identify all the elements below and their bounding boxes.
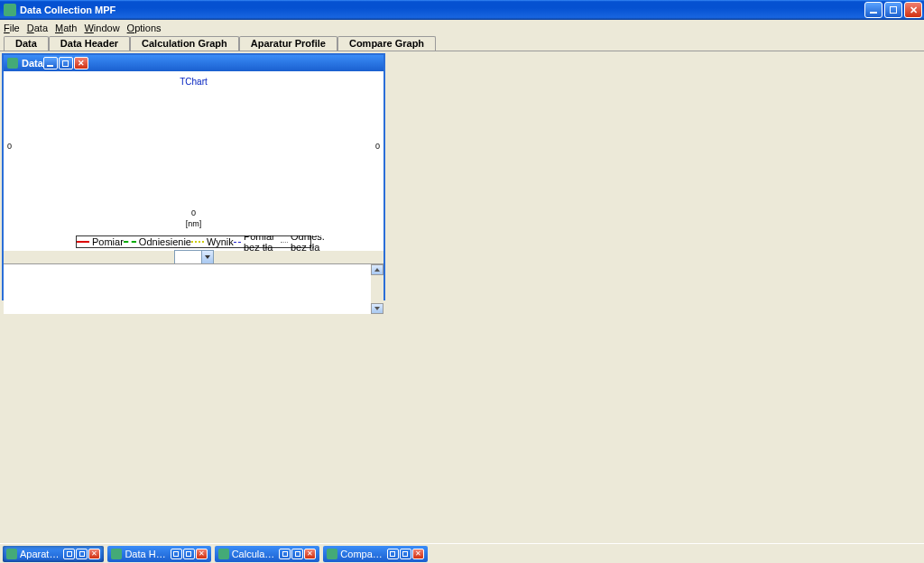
task-icon — [6, 549, 17, 559]
task-close-button[interactable]: ✕ — [88, 549, 100, 559]
child-toolbar — [4, 251, 383, 263]
task-aparat[interactable]: Aparat… ✕ — [3, 546, 104, 562]
task-restore-button[interactable] — [387, 549, 399, 559]
task-icon — [327, 549, 337, 559]
app-title: Data Collection MPF — [20, 5, 116, 15]
tab-data[interactable]: Data — [4, 36, 49, 51]
x-axis-label: [nm] — [186, 219, 202, 228]
tab-calculation-graph[interactable]: Calculation Graph — [130, 36, 239, 51]
child-minimize-button[interactable] — [43, 57, 58, 69]
scroll-up-button[interactable] — [371, 264, 383, 275]
menu-math[interactable]: Math — [55, 23, 77, 33]
app-icon — [4, 4, 16, 16]
menu-bar: File Data Math Window Options — [0, 20, 924, 36]
task-restore-button[interactable] — [279, 549, 291, 559]
menu-data[interactable]: Data — [27, 23, 48, 33]
child-app-icon — [7, 58, 18, 69]
child-window-data: Data ✕ TChart 0 0 0 [nm] Pomiar Odniesie… — [2, 53, 385, 300]
scrollbar-vertical[interactable] — [371, 264, 383, 314]
tab-compare-graph[interactable]: Compare Graph — [337, 36, 436, 51]
y-axis-left-tick: 0 — [7, 142, 12, 151]
menu-window[interactable]: Window — [84, 23, 119, 33]
child-title: Data — [22, 58, 43, 69]
tab-data-header[interactable]: Data Header — [49, 36, 130, 51]
scroll-down-button[interactable] — [371, 303, 383, 314]
task-close-button[interactable]: ✕ — [412, 549, 424, 559]
minimize-button[interactable] — [864, 2, 882, 18]
task-close-button[interactable]: ✕ — [304, 549, 316, 559]
chart-legend: Pomiar Odniesienie Wynik Pomiar bez tła … — [76, 235, 311, 248]
task-icon — [111, 549, 122, 559]
task-data-header[interactable]: Data H… ✕ — [107, 546, 210, 562]
child-close-button[interactable]: ✕ — [74, 57, 88, 69]
child-title-bar[interactable]: Data ✕ — [4, 55, 383, 71]
task-icon — [218, 549, 229, 559]
chart-title: TChart — [4, 71, 383, 87]
task-max-button[interactable] — [400, 549, 411, 559]
task-max-button[interactable] — [291, 549, 303, 559]
legend-item-odniesienie: Odniesienie — [124, 236, 191, 247]
tab-aparatur-profile[interactable]: Aparatur Profile — [239, 36, 337, 51]
child-maximize-button[interactable] — [59, 57, 73, 69]
combo-dropdown-button[interactable] — [201, 251, 213, 263]
scroll-track[interactable] — [371, 275, 383, 303]
legend-item-wynik: Wynik — [191, 236, 234, 247]
chart-area: TChart 0 0 0 [nm] — [4, 71, 383, 235]
task-max-button[interactable] — [183, 549, 195, 559]
task-max-button[interactable] — [76, 549, 88, 559]
y-axis-right-tick: 0 — [375, 142, 380, 151]
combo-value — [175, 251, 201, 263]
menu-options[interactable]: Options — [127, 23, 162, 33]
tab-bar: Data Data Header Calculation Graph Apara… — [0, 36, 924, 51]
mdi-area: Data ✕ TChart 0 0 0 [nm] Pomiar Odniesie… — [0, 51, 924, 543]
task-close-button[interactable]: ✕ — [196, 549, 208, 559]
legend-item-pomiar: Pomiar — [77, 236, 124, 247]
task-compa[interactable]: Compa… ✕ — [323, 546, 427, 562]
x-axis-tick: 0 — [191, 208, 196, 217]
combo-select[interactable] — [174, 250, 214, 264]
menu-file[interactable]: File — [4, 23, 20, 33]
maximize-button[interactable] — [884, 2, 902, 18]
main-title-bar: Data Collection MPF ✕ — [0, 0, 924, 20]
task-restore-button[interactable] — [171, 549, 182, 559]
text-area[interactable] — [4, 263, 383, 314]
close-button[interactable]: ✕ — [904, 2, 922, 18]
task-calcula[interactable]: Calcula… ✕ — [215, 546, 320, 562]
mdi-taskbar: Aparat… ✕ Data H… ✕ Calcula… ✕ Compa… ✕ — [0, 543, 924, 563]
task-restore-button[interactable] — [63, 549, 75, 559]
